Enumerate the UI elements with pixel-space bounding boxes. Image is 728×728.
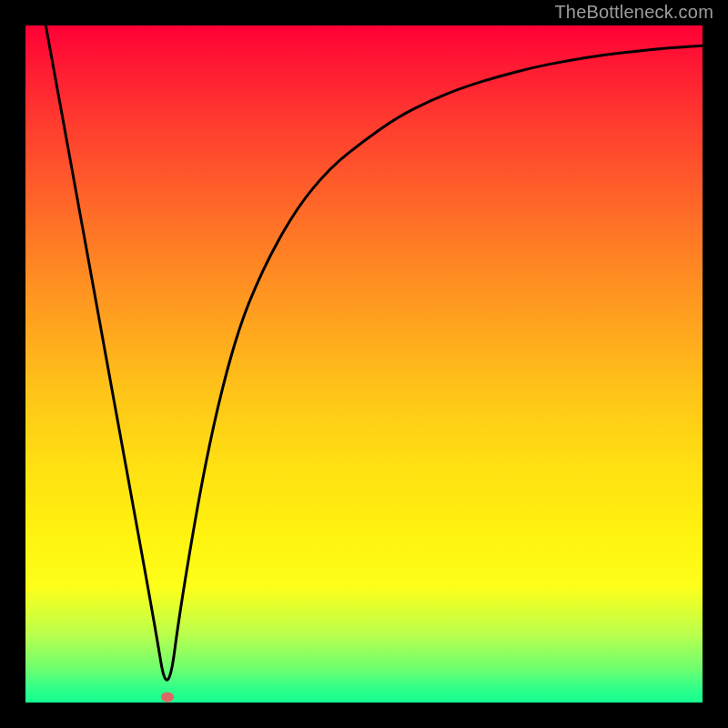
bottleneck-curve [25,25,703,703]
chart-frame: TheBottleneck.com [0,0,728,728]
minimum-marker [161,693,174,703]
plot-area [25,25,703,703]
watermark-text: TheBottleneck.com [554,2,713,23]
curve-path [46,25,703,680]
